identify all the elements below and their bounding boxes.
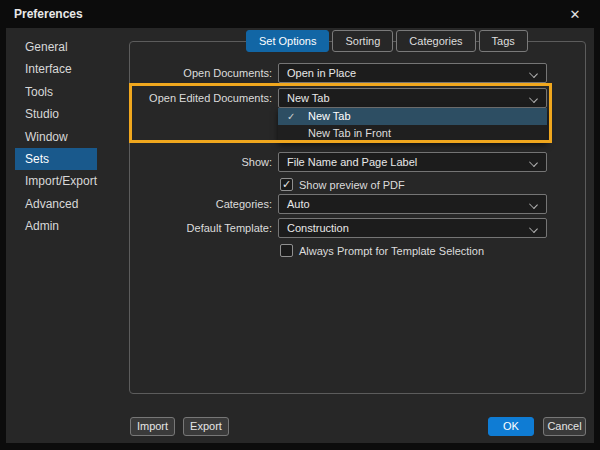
show-select[interactable]: File Name and Page Label xyxy=(278,152,547,172)
categories-label: Categories: xyxy=(132,198,272,210)
sidebar-item-tools[interactable]: Tools xyxy=(15,81,97,103)
open-edited-documents-label: Open Edited Documents: xyxy=(132,92,272,104)
always-prompt-checkbox[interactable] xyxy=(280,244,293,257)
open-edited-documents-select[interactable]: New Tab xyxy=(278,88,547,108)
categories-select[interactable]: Auto xyxy=(278,194,547,214)
show-preview-label: Show preview of PDF xyxy=(299,179,405,191)
sidebar: General Interface Tools Studio Window Se… xyxy=(15,36,125,238)
open-edited-documents-dropdown: ✓ New Tab New Tab in Front xyxy=(278,108,547,142)
sidebar-item-advanced[interactable]: Advanced xyxy=(15,193,97,215)
always-prompt-label: Always Prompt for Template Selection xyxy=(299,245,484,257)
chevron-down-icon xyxy=(529,69,538,78)
default-template-label: Default Template: xyxy=(132,222,272,234)
show-preview-checkbox[interactable]: ✓ xyxy=(280,178,293,191)
check-icon: ✓ xyxy=(287,108,295,125)
show-value: File Name and Page Label xyxy=(287,156,417,168)
dropdown-option-label: New Tab xyxy=(308,110,351,122)
window-title: Preferences xyxy=(14,7,83,21)
show-label: Show: xyxy=(132,156,272,168)
import-button[interactable]: Import xyxy=(130,417,175,436)
default-template-value: Construction xyxy=(287,222,349,234)
preferences-window: Preferences ✕ General Interface Tools St… xyxy=(0,0,600,450)
dialog-body: General Interface Tools Studio Window Se… xyxy=(6,28,594,443)
sidebar-item-sets[interactable]: Sets xyxy=(15,148,97,170)
open-documents-value: Open in Place xyxy=(287,67,356,79)
categories-value: Auto xyxy=(287,198,310,210)
sidebar-item-general[interactable]: General xyxy=(15,36,97,58)
cancel-button[interactable]: Cancel xyxy=(543,417,586,436)
dropdown-option-label: New Tab in Front xyxy=(308,127,391,139)
tab-set-options[interactable]: Set Options xyxy=(246,30,329,52)
sidebar-item-interface[interactable]: Interface xyxy=(15,58,97,80)
chevron-down-icon xyxy=(529,94,538,103)
always-prompt-row: Always Prompt for Template Selection xyxy=(280,244,484,257)
ok-button[interactable]: OK xyxy=(488,417,534,436)
open-documents-select[interactable]: Open in Place xyxy=(278,63,547,83)
chevron-down-icon xyxy=(529,200,538,209)
tab-sorting[interactable]: Sorting xyxy=(332,30,393,52)
tab-categories[interactable]: Categories xyxy=(396,30,475,52)
sidebar-item-admin[interactable]: Admin xyxy=(15,215,97,237)
titlebar: Preferences ✕ xyxy=(0,0,600,28)
export-button[interactable]: Export xyxy=(183,417,229,436)
tab-tags[interactable]: Tags xyxy=(479,30,528,52)
tab-bar: Set Options Sorting Categories Tags xyxy=(246,30,528,52)
sidebar-item-studio[interactable]: Studio xyxy=(15,103,97,125)
close-icon[interactable]: ✕ xyxy=(566,6,584,24)
open-documents-label: Open Documents: xyxy=(132,67,272,79)
sidebar-item-import-export[interactable]: Import/Export xyxy=(15,170,97,192)
default-template-select[interactable]: Construction xyxy=(278,218,547,238)
chevron-down-icon xyxy=(529,158,538,167)
dropdown-option-new-tab-in-front[interactable]: New Tab in Front xyxy=(278,125,547,142)
open-edited-documents-value: New Tab xyxy=(287,92,330,104)
show-preview-row: ✓ Show preview of PDF xyxy=(280,178,405,191)
chevron-down-icon xyxy=(529,224,538,233)
sidebar-item-window[interactable]: Window xyxy=(15,126,97,148)
dropdown-option-new-tab[interactable]: ✓ New Tab xyxy=(278,108,547,125)
